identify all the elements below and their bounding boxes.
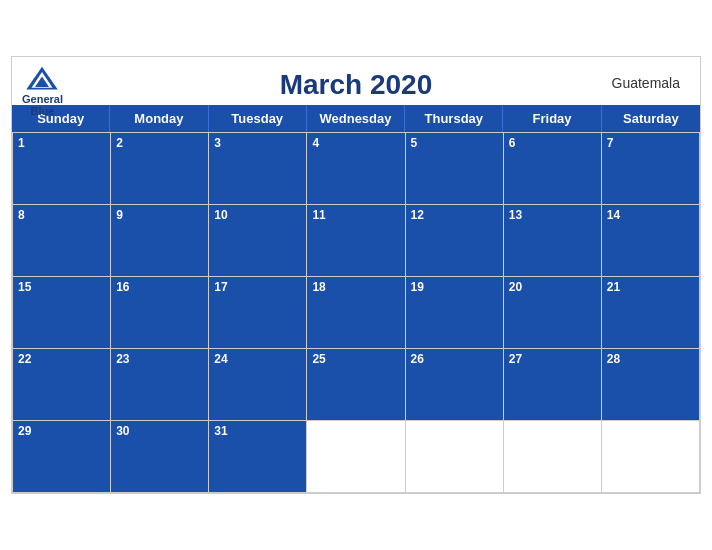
day-header-monday: Monday <box>110 105 208 132</box>
days-header: Sunday Monday Tuesday Wednesday Thursday… <box>12 105 700 132</box>
calendar-cell-10: 10 <box>209 205 307 277</box>
calendar-cell-empty <box>406 421 504 493</box>
calendar-cell-24: 24 <box>209 349 307 421</box>
calendar-title: March 2020 <box>32 69 680 101</box>
calendar-cell-empty <box>602 421 700 493</box>
calendar-cell-7: 7 <box>602 133 700 205</box>
calendar-cell-1: 1 <box>13 133 111 205</box>
calendar-header: General Blue March 2020 Guatemala <box>12 57 700 105</box>
calendar-cell-3: 3 <box>209 133 307 205</box>
calendar-cell-6: 6 <box>504 133 602 205</box>
calendar-container: General Blue March 2020 Guatemala Sunday… <box>11 56 701 494</box>
calendar-cell-25: 25 <box>307 349 405 421</box>
calendar-cell-26: 26 <box>406 349 504 421</box>
calendar-cell-22: 22 <box>13 349 111 421</box>
calendar-cell-18: 18 <box>307 277 405 349</box>
calendar-cell-11: 11 <box>307 205 405 277</box>
calendar-grid: 1234567891011121314151617181920212223242… <box>12 132 700 493</box>
calendar-cell-4: 4 <box>307 133 405 205</box>
day-header-tuesday: Tuesday <box>209 105 307 132</box>
calendar-cell-2: 2 <box>111 133 209 205</box>
calendar-cell-23: 23 <box>111 349 209 421</box>
calendar-cell-17: 17 <box>209 277 307 349</box>
calendar-cell-5: 5 <box>406 133 504 205</box>
calendar-country: Guatemala <box>612 75 680 91</box>
logo-area: General Blue <box>22 65 63 117</box>
calendar-cell-empty <box>504 421 602 493</box>
calendar-cell-16: 16 <box>111 277 209 349</box>
calendar-cell-21: 21 <box>602 277 700 349</box>
calendar-cell-20: 20 <box>504 277 602 349</box>
calendar-cell-31: 31 <box>209 421 307 493</box>
calendar-cell-9: 9 <box>111 205 209 277</box>
calendar-cell-27: 27 <box>504 349 602 421</box>
calendar-cell-empty <box>307 421 405 493</box>
day-header-wednesday: Wednesday <box>307 105 405 132</box>
calendar-cell-15: 15 <box>13 277 111 349</box>
logo-text-general: General <box>22 93 63 105</box>
calendar-cell-12: 12 <box>406 205 504 277</box>
calendar-cell-29: 29 <box>13 421 111 493</box>
generalblue-logo-icon <box>24 65 60 93</box>
day-header-thursday: Thursday <box>405 105 503 132</box>
day-header-saturday: Saturday <box>602 105 700 132</box>
calendar-cell-14: 14 <box>602 205 700 277</box>
calendar-cell-28: 28 <box>602 349 700 421</box>
logo-text-blue: Blue <box>31 105 55 117</box>
day-header-friday: Friday <box>503 105 601 132</box>
calendar-cell-8: 8 <box>13 205 111 277</box>
calendar-cell-30: 30 <box>111 421 209 493</box>
calendar-cell-13: 13 <box>504 205 602 277</box>
calendar-cell-19: 19 <box>406 277 504 349</box>
